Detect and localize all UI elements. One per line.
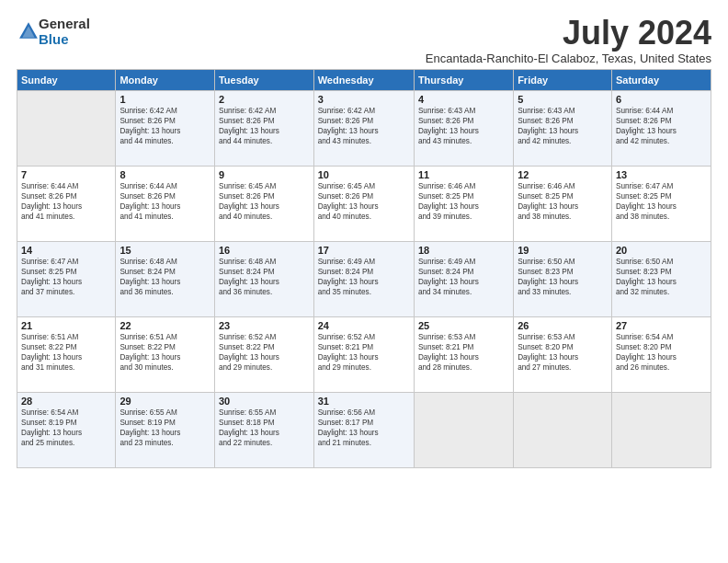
table-row: 5Sunrise: 6:43 AM Sunset: 8:26 PM Daylig…	[514, 91, 612, 167]
col-thursday: Thursday	[414, 70, 513, 91]
day-number: 13	[616, 169, 707, 180]
day-number: 5	[518, 94, 608, 105]
day-info: Sunrise: 6:51 AM Sunset: 8:22 PM Dayligh…	[119, 332, 210, 373]
day-number: 9	[219, 169, 310, 180]
day-info: Sunrise: 6:51 AM Sunset: 8:22 PM Dayligh…	[21, 332, 111, 373]
table-row	[514, 393, 612, 468]
day-info: Sunrise: 6:43 AM Sunset: 8:26 PM Dayligh…	[418, 106, 509, 146]
day-number: 30	[219, 396, 310, 407]
day-info: Sunrise: 6:46 AM Sunset: 8:25 PM Dayligh…	[418, 181, 509, 222]
day-number: 23	[219, 320, 310, 331]
day-info: Sunrise: 6:47 AM Sunset: 8:25 PM Dayligh…	[21, 257, 111, 297]
logo-icon	[18, 20, 39, 40]
calendar-week-row: 28Sunrise: 6:54 AM Sunset: 8:19 PM Dayli…	[17, 393, 711, 468]
table-row: 9Sunrise: 6:45 AM Sunset: 8:26 PM Daylig…	[214, 167, 313, 242]
col-saturday: Saturday	[611, 70, 711, 91]
table-row: 27Sunrise: 6:54 AM Sunset: 8:20 PM Dayli…	[611, 317, 711, 393]
day-number: 19	[518, 245, 608, 256]
day-number: 24	[318, 320, 410, 331]
day-info: Sunrise: 6:45 AM Sunset: 8:26 PM Dayligh…	[318, 181, 410, 222]
day-number: 14	[21, 245, 111, 256]
table-row: 3Sunrise: 6:42 AM Sunset: 8:26 PM Daylig…	[313, 91, 414, 167]
table-row: 24Sunrise: 6:52 AM Sunset: 8:21 PM Dayli…	[313, 317, 414, 393]
day-info: Sunrise: 6:49 AM Sunset: 8:24 PM Dayligh…	[318, 257, 410, 297]
day-number: 4	[418, 94, 509, 105]
table-row: 15Sunrise: 6:48 AM Sunset: 8:24 PM Dayli…	[116, 242, 215, 317]
logo: General Blue	[17, 17, 90, 47]
table-row: 23Sunrise: 6:52 AM Sunset: 8:22 PM Dayli…	[214, 317, 313, 393]
logo-text: General Blue	[39, 17, 90, 47]
day-number: 25	[418, 320, 509, 331]
table-row: 25Sunrise: 6:53 AM Sunset: 8:21 PM Dayli…	[414, 317, 513, 393]
month-title: July 2024	[426, 17, 711, 50]
table-row: 1Sunrise: 6:42 AM Sunset: 8:26 PM Daylig…	[116, 91, 215, 167]
table-row: 26Sunrise: 6:53 AM Sunset: 8:20 PM Dayli…	[514, 317, 612, 393]
table-row	[414, 393, 513, 468]
col-monday: Monday	[116, 70, 215, 91]
logo-blue: Blue	[39, 31, 69, 47]
table-row: 13Sunrise: 6:47 AM Sunset: 8:25 PM Dayli…	[611, 167, 711, 242]
table-row: 11Sunrise: 6:46 AM Sunset: 8:25 PM Dayli…	[414, 167, 513, 242]
table-row: 22Sunrise: 6:51 AM Sunset: 8:22 PM Dayli…	[116, 317, 215, 393]
table-row: 31Sunrise: 6:56 AM Sunset: 8:17 PM Dayli…	[313, 393, 414, 468]
day-number: 29	[119, 396, 210, 407]
day-number: 11	[418, 169, 509, 180]
table-row: 18Sunrise: 6:49 AM Sunset: 8:24 PM Dayli…	[414, 242, 513, 317]
day-number: 18	[418, 245, 509, 256]
day-number: 7	[21, 169, 111, 180]
table-row	[17, 91, 116, 167]
day-info: Sunrise: 6:49 AM Sunset: 8:24 PM Dayligh…	[418, 257, 509, 297]
table-row: 7Sunrise: 6:44 AM Sunset: 8:26 PM Daylig…	[17, 167, 116, 242]
table-row: 30Sunrise: 6:55 AM Sunset: 8:18 PM Dayli…	[214, 393, 313, 468]
day-number: 31	[318, 396, 410, 407]
col-wednesday: Wednesday	[313, 70, 414, 91]
day-info: Sunrise: 6:48 AM Sunset: 8:24 PM Dayligh…	[219, 257, 310, 297]
day-number: 2	[219, 94, 310, 105]
calendar-week-row: 21Sunrise: 6:51 AM Sunset: 8:22 PM Dayli…	[17, 317, 711, 393]
day-number: 15	[119, 245, 210, 256]
day-number: 3	[318, 94, 410, 105]
day-info: Sunrise: 6:44 AM Sunset: 8:26 PM Dayligh…	[119, 181, 210, 222]
day-number: 16	[219, 245, 310, 256]
day-info: Sunrise: 6:56 AM Sunset: 8:17 PM Dayligh…	[318, 408, 410, 448]
day-number: 12	[518, 169, 608, 180]
day-number: 27	[616, 320, 707, 331]
calendar-table: Sunday Monday Tuesday Wednesday Thursday…	[17, 69, 711, 468]
day-info: Sunrise: 6:44 AM Sunset: 8:26 PM Dayligh…	[21, 181, 111, 222]
day-info: Sunrise: 6:54 AM Sunset: 8:19 PM Dayligh…	[21, 408, 111, 448]
table-row: 2Sunrise: 6:42 AM Sunset: 8:26 PM Daylig…	[214, 91, 313, 167]
day-info: Sunrise: 6:44 AM Sunset: 8:26 PM Dayligh…	[616, 106, 707, 146]
col-sunday: Sunday	[17, 70, 116, 91]
day-info: Sunrise: 6:46 AM Sunset: 8:25 PM Dayligh…	[518, 181, 608, 222]
day-number: 17	[318, 245, 410, 256]
col-friday: Friday	[514, 70, 612, 91]
table-row: 21Sunrise: 6:51 AM Sunset: 8:22 PM Dayli…	[17, 317, 116, 393]
day-info: Sunrise: 6:53 AM Sunset: 8:20 PM Dayligh…	[518, 332, 608, 373]
table-row: 19Sunrise: 6:50 AM Sunset: 8:23 PM Dayli…	[514, 242, 612, 317]
table-row: 16Sunrise: 6:48 AM Sunset: 8:24 PM Dayli…	[214, 242, 313, 317]
day-info: Sunrise: 6:45 AM Sunset: 8:26 PM Dayligh…	[219, 181, 310, 222]
day-info: Sunrise: 6:55 AM Sunset: 8:18 PM Dayligh…	[219, 408, 310, 448]
day-number: 26	[518, 320, 608, 331]
day-number: 8	[119, 169, 210, 180]
day-number: 21	[21, 320, 111, 331]
calendar-week-row: 14Sunrise: 6:47 AM Sunset: 8:25 PM Dayli…	[17, 242, 711, 317]
day-info: Sunrise: 6:42 AM Sunset: 8:26 PM Dayligh…	[219, 106, 310, 146]
day-info: Sunrise: 6:42 AM Sunset: 8:26 PM Dayligh…	[119, 106, 210, 146]
day-number: 22	[119, 320, 210, 331]
day-info: Sunrise: 6:52 AM Sunset: 8:21 PM Dayligh…	[318, 332, 410, 373]
day-info: Sunrise: 6:50 AM Sunset: 8:23 PM Dayligh…	[518, 257, 608, 297]
title-block: July 2024 Encantada-Ranchito-El Calaboz,…	[426, 17, 711, 65]
day-number: 20	[616, 245, 707, 256]
day-info: Sunrise: 6:53 AM Sunset: 8:21 PM Dayligh…	[418, 332, 509, 373]
page-header: General Blue July 2024 Encantada-Ranchit…	[17, 17, 711, 65]
day-info: Sunrise: 6:43 AM Sunset: 8:26 PM Dayligh…	[518, 106, 608, 146]
table-row: 28Sunrise: 6:54 AM Sunset: 8:19 PM Dayli…	[17, 393, 116, 468]
table-row: 4Sunrise: 6:43 AM Sunset: 8:26 PM Daylig…	[414, 91, 513, 167]
table-row: 14Sunrise: 6:47 AM Sunset: 8:25 PM Dayli…	[17, 242, 116, 317]
calendar-week-row: 7Sunrise: 6:44 AM Sunset: 8:26 PM Daylig…	[17, 167, 711, 242]
col-tuesday: Tuesday	[214, 70, 313, 91]
table-row	[611, 393, 711, 468]
table-row: 10Sunrise: 6:45 AM Sunset: 8:26 PM Dayli…	[313, 167, 414, 242]
day-number: 28	[21, 396, 111, 407]
